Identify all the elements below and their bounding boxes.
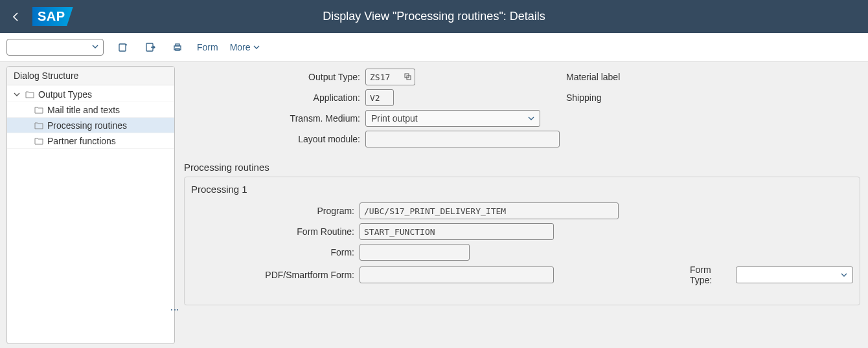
- header-bar: SAP Display View "Processing routines": …: [0, 0, 868, 33]
- pdf-form-label: PDF/Smartform Form:: [191, 270, 360, 280]
- tree-label: Processing routines: [47, 120, 127, 131]
- folder-open-icon: [24, 91, 36, 98]
- layout-module-field[interactable]: [365, 131, 560, 147]
- back-button[interactable]: [4, 5, 29, 29]
- program-label: Program:: [191, 206, 360, 216]
- svg-rect-3: [176, 44, 179, 46]
- tree-node-output-types[interactable]: Output Types: [7, 87, 174, 102]
- sidebar-header: Dialog Structure: [7, 67, 174, 85]
- application-field[interactable]: V2: [365, 89, 394, 106]
- page-title: Display View "Processing routines": Deta…: [323, 0, 545, 33]
- program-field[interactable]: /UBC/S17_PRINT_DELIVERY_ITEM: [360, 202, 619, 219]
- application-label: Application:: [184, 92, 365, 103]
- tree-node-processing-routines[interactable]: Processing routines: [7, 118, 174, 133]
- panel-title: Processing 1: [191, 184, 853, 195]
- tree-label: Partner functions: [47, 136, 116, 146]
- transm-medium-value: Print output: [371, 113, 418, 124]
- detail-content: Output Type: ZS17 Material label Applica…: [180, 62, 868, 348]
- folder-open-icon: [33, 122, 45, 129]
- form-action-label: Form: [197, 42, 218, 52]
- form-routine-field[interactable]: START_FUNCTION: [360, 223, 554, 240]
- processing-panel: Processing 1 Program: /UBC/S17_PRINT_DEL…: [184, 177, 860, 305]
- section-title: Processing routines: [184, 162, 860, 173]
- form-action[interactable]: Form: [197, 42, 218, 52]
- layout-module-label: Layout module:: [184, 134, 365, 144]
- output-type-field[interactable]: ZS17: [365, 69, 403, 85]
- chevron-down-icon: [841, 272, 847, 278]
- form-field[interactable]: [360, 244, 470, 261]
- dialog-structure-panel: Dialog Structure Output Types Mail title…: [6, 66, 175, 344]
- folder-icon: [33, 137, 45, 145]
- output-type-desc: Material label: [547, 72, 715, 82]
- form-type-select[interactable]: [736, 266, 853, 283]
- more-menu-label: More: [230, 42, 251, 52]
- more-menu[interactable]: More: [230, 42, 260, 52]
- transm-medium-select[interactable]: Print output: [365, 110, 540, 127]
- tree: Output Types Mail title and texts Proces…: [7, 85, 174, 150]
- tree-label: Output Types: [38, 89, 92, 100]
- chevron-down-icon: [91, 43, 99, 50]
- chevron-down-icon: [14, 91, 23, 98]
- chevron-down-icon: [253, 44, 260, 50]
- grip-icon: ⋮: [170, 305, 180, 314]
- transm-medium-label: Transm. Medium:: [184, 113, 365, 124]
- tree-node-mail-title[interactable]: Mail title and texts: [7, 102, 174, 118]
- output-type-label: Output Type:: [184, 72, 365, 82]
- print-icon[interactable]: [170, 39, 185, 55]
- folder-icon: [33, 106, 45, 114]
- tree-label: Mail title and texts: [47, 105, 120, 115]
- value-help-icon: [404, 73, 412, 81]
- sap-logo: SAP: [32, 7, 73, 26]
- form-type-label: Form Type:: [690, 265, 731, 285]
- tree-node-partner-functions[interactable]: Partner functions: [7, 133, 174, 149]
- value-help-button[interactable]: [401, 69, 415, 85]
- form-routine-label: Form Routine:: [191, 226, 360, 237]
- chevron-down-icon: [528, 115, 534, 122]
- pdf-form-field[interactable]: [360, 266, 554, 283]
- form-label: Form:: [191, 247, 360, 257]
- svg-rect-0: [119, 44, 126, 51]
- application-desc: Shipping: [547, 92, 715, 103]
- splitter[interactable]: ⋮: [175, 62, 180, 348]
- command-input[interactable]: [6, 39, 104, 56]
- save-icon[interactable]: [115, 39, 131, 55]
- exit-icon[interactable]: [143, 39, 158, 55]
- toolbar: Form More: [0, 33, 868, 62]
